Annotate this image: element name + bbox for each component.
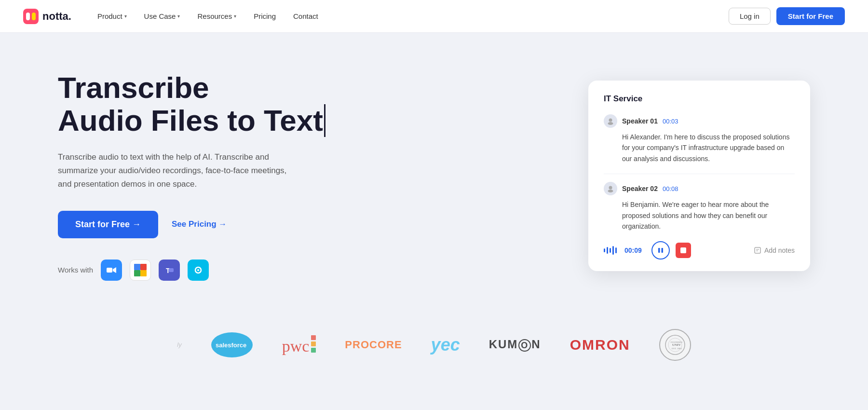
notes-icon [754,246,761,254]
zoom-integration-icon [101,260,122,281]
start-free-hero-button[interactable]: Start for Free → [58,211,158,238]
chevron-down-icon: ▾ [177,14,180,19]
stop-button[interactable] [676,243,691,258]
hero-title: Transcribe Audio Files to Text [58,71,326,137]
wave-bar-5 [615,247,617,253]
nav-right: Log in Start for Free [729,7,845,25]
login-button[interactable]: Log in [729,8,771,25]
svg-text:EST. 1865: EST. 1865 [672,347,682,350]
start-free-nav-button[interactable]: Start for Free [776,7,845,25]
svg-rect-8 [140,270,147,276]
works-with-section: Works with [58,260,326,281]
university-seal-icon: FOUNDED UNIV EST. 1865 [665,334,686,355]
svg-rect-5 [134,264,140,270]
speaker-1-text: Hi Alexander. I'm here to discuss the pr… [604,132,795,164]
teams-integration-icon: T [159,260,180,281]
card-title: IT Service [604,94,795,104]
logo-procore: PROCORE [345,339,402,351]
logo-yec: yec [431,335,460,355]
svg-rect-11 [169,268,174,272]
speaker-avatar-2 [604,182,617,195]
speaker-header-2: Speaker 02 00:08 [604,182,795,195]
stop-icon [680,247,686,253]
hero-description: Transcribe audio to text with the help o… [58,150,299,191]
speaker-2-time: 00:08 [663,185,678,192]
transcript-card: IT Service Speaker 01 00:03 Hi Alexander… [588,81,810,271]
card-divider [604,174,795,174]
pause-button[interactable] [651,241,670,260]
svg-rect-4 [107,268,112,273]
logo-omron: OMRON [570,337,630,353]
hero-cta-group: Start for Free → See Pricing → [58,211,326,238]
google-meet-integration-icon [130,260,151,281]
nav-item-product[interactable]: Product ▾ [91,8,134,24]
speaker-2-name: Speaker 02 [622,185,658,192]
svg-rect-7 [134,270,140,276]
speaker-2-text: Hi Benjamin. We're eager to hear more ab… [604,199,795,232]
audio-timer: 00:09 [624,246,642,254]
svg-rect-19 [658,248,660,253]
speaker-1-name: Speaker 01 [622,117,658,125]
logo-kumon: KUMON [489,338,541,352]
nav-item-contact[interactable]: Contact [286,8,325,24]
speaker-header-1: Speaker 01 00:03 [604,114,795,128]
svg-point-14 [197,269,199,271]
add-notes-button[interactable]: Add notes [754,246,795,254]
svg-point-15 [609,119,612,122]
wave-bar-3 [610,248,611,253]
webex-integration-icon [188,260,209,281]
nav-item-pricing[interactable]: Pricing [247,8,283,24]
svg-rect-6 [140,264,147,270]
svg-point-18 [608,190,613,192]
logo-partial: ly [177,341,181,348]
add-notes-label: Add notes [764,246,795,254]
salesforce-icon: salesforce [211,332,253,358]
logo-link[interactable]: notta. [23,9,71,24]
wave-bar-1 [604,248,605,252]
brand-name: notta. [42,10,71,23]
nav-item-resources[interactable]: Resources ▾ [190,8,243,24]
wave-bar-2 [607,247,608,254]
speaker-block-1: Speaker 01 00:03 Hi Alexander. I'm here … [604,114,795,164]
svg-point-16 [608,122,613,125]
logo-salesforce: salesforce [211,332,253,358]
text-cursor [324,104,326,137]
svg-point-17 [609,186,612,190]
logo-pwc: pwc [282,335,316,355]
chevron-down-icon: ▾ [124,14,127,19]
svg-rect-2 [32,13,36,20]
hero-section: Transcribe Audio Files to Text Transcrib… [0,33,868,310]
nav-item-usecase[interactable]: Use Case ▾ [137,8,187,24]
svg-rect-20 [661,248,663,253]
svg-rect-0 [23,9,39,24]
svg-text:salesforce: salesforce [216,342,246,349]
card-controls: 00:09 Add notes [604,241,795,260]
see-pricing-button[interactable]: See Pricing → [172,219,227,229]
speaker-1-time: 00:03 [663,118,678,125]
notta-logo-icon [23,9,39,24]
trusted-logos-section: ly salesforce pwc PROCORE yec KUMON [0,310,868,380]
chevron-down-icon: ▾ [234,14,236,19]
svg-text:UNIV: UNIV [672,343,681,347]
logo-university: FOUNDED UNIV EST. 1865 [659,329,691,361]
nav-links: Product ▾ Use Case ▾ Resources ▾ Pricing… [91,8,325,24]
svg-rect-21 [755,247,760,253]
wave-bar-4 [612,246,614,255]
navbar: notta. Product ▾ Use Case ▾ Resources ▾ … [0,0,868,33]
works-with-label: Works with [58,266,93,274]
transcript-card-container: IT Service Speaker 01 00:03 Hi Alexander… [588,81,810,271]
hero-content: Transcribe Audio Files to Text Transcrib… [58,71,326,281]
nav-left: notta. Product ▾ Use Case ▾ Resources ▾ … [23,8,325,24]
speaker-avatar-1 [604,114,617,128]
svg-rect-1 [26,13,30,20]
speaker-block-2: Speaker 02 00:08 Hi Benjamin. We're eage… [604,182,795,232]
audio-waveform [604,246,617,255]
